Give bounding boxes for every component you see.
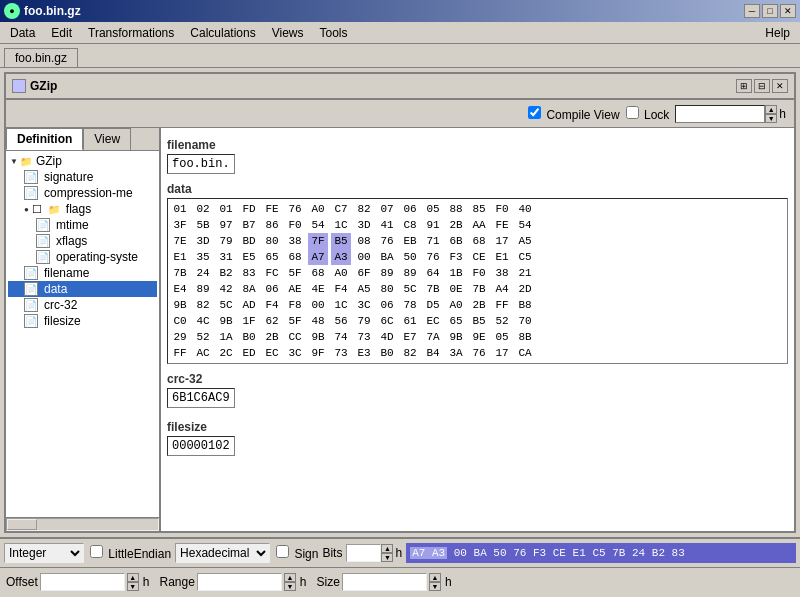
hex-byte: AE <box>285 281 305 297</box>
file-icon: 📄 <box>24 298 38 312</box>
range-spin-down[interactable]: ▼ <box>284 582 296 591</box>
tree-container[interactable]: ▼ 📁 GZip 📄 signature 📄 compression-me ● … <box>6 151 159 517</box>
hex-byte: 79 <box>216 233 236 249</box>
compile-view-checkbox[interactable] <box>528 106 541 119</box>
list-item[interactable]: 📄 crc-32 <box>8 297 157 313</box>
offset-input[interactable]: 00000048.0 <box>40 573 125 591</box>
hex-byte: 41 <box>377 217 397 233</box>
hex-byte: 5F <box>285 265 305 281</box>
lock-value-input[interactable]: 00000000.0 <box>675 105 765 123</box>
type-select[interactable]: Integer <box>4 543 84 563</box>
tab-definition[interactable]: Definition <box>6 128 83 150</box>
list-item[interactable]: 📄 compression-me <box>8 185 157 201</box>
list-item[interactable]: 📄 data <box>8 281 157 297</box>
maximize-button[interactable]: □ <box>762 4 778 18</box>
folder-icon: 📁 <box>47 202 61 216</box>
bits-spin-up[interactable]: ▲ <box>381 544 393 553</box>
hex-byte: 91 <box>423 217 443 233</box>
gzip-restore-button[interactable]: ⊞ <box>736 79 752 93</box>
hex-byte: 76 <box>377 233 397 249</box>
list-item[interactable]: 📄 filename <box>8 265 157 281</box>
endian-checkbox[interactable] <box>90 545 103 558</box>
right-scroll-area[interactable]: filename foo.bin. data 010201FDFE76A0C78… <box>161 128 794 531</box>
minimize-button[interactable]: ─ <box>744 4 760 18</box>
window-title: foo.bin.gz <box>24 4 81 18</box>
hex-byte: 1C <box>331 217 351 233</box>
bits-spin-down[interactable]: ▼ <box>381 553 393 562</box>
menu-views[interactable]: Views <box>264 24 312 42</box>
hex-byte: CE <box>469 249 489 265</box>
list-item[interactable]: 📄 filesize <box>8 313 157 329</box>
hex-byte: B5 <box>331 233 351 249</box>
hex-byte: 83 <box>239 265 259 281</box>
range-spin-up[interactable]: ▲ <box>284 573 296 582</box>
menu-edit[interactable]: Edit <box>43 24 80 42</box>
size-spin-up[interactable]: ▲ <box>429 573 441 582</box>
close-button[interactable]: ✕ <box>780 4 796 18</box>
tree-scrollbar[interactable] <box>6 517 159 531</box>
hex-byte: 31 <box>216 249 236 265</box>
right-panel: filename foo.bin. data 010201FDFE76A0C78… <box>161 128 794 531</box>
hex-byte: EB <box>400 233 420 249</box>
hex-byte: 62 <box>262 313 282 329</box>
hex-byte: A5 <box>515 233 535 249</box>
list-item[interactable]: 📄 operating-syste <box>8 249 157 265</box>
gzip-float-button[interactable]: ⊟ <box>754 79 770 93</box>
hex-byte: C5 <box>515 249 535 265</box>
list-item[interactable]: 📄 xflags <box>8 233 157 249</box>
lock-spin-up[interactable]: ▲ <box>765 105 777 114</box>
hex-byte: 01 <box>216 201 236 217</box>
offset-unit: h <box>143 575 150 589</box>
range-unit: h <box>300 575 307 589</box>
hex-rest: 00 BA 50 76 F3 CE E1 C5 7B 24 B2 83 <box>447 547 685 559</box>
size-spin-down[interactable]: ▼ <box>429 582 441 591</box>
offset-spin-up[interactable]: ▲ <box>127 573 139 582</box>
hex-byte: 52 <box>193 329 213 345</box>
hex-byte: 82 <box>354 201 374 217</box>
hex-byte: 9F <box>308 345 328 361</box>
menu-data[interactable]: Data <box>2 24 43 42</box>
format-select[interactable]: Hexadecimal <box>175 543 270 563</box>
list-item[interactable]: 📄 mtime <box>8 217 157 233</box>
lock-spin-down[interactable]: ▼ <box>765 114 777 123</box>
hex-byte: B5 <box>469 313 489 329</box>
menu-tools[interactable]: Tools <box>311 24 355 42</box>
menu-help[interactable]: Help <box>757 24 798 42</box>
hex-byte: 68 <box>285 249 305 265</box>
lock-value-spinner: 00000000.0 ▲ ▼ h <box>675 105 786 123</box>
tree-root[interactable]: ▼ 📁 GZip <box>8 153 157 169</box>
hex-byte: 9B <box>446 329 466 345</box>
filesize-value: 00000102 <box>167 436 235 456</box>
list-item[interactable]: ● ☐ 📁 flags <box>8 201 157 217</box>
hex-byte: 82 <box>193 297 213 313</box>
hex-byte: 48 <box>308 313 328 329</box>
hex-row: 7B24B283FC5F68A06F8989641BF03821 <box>170 265 785 281</box>
filesize-label: filesize <box>167 420 788 434</box>
list-item[interactable]: 📄 signature <box>8 169 157 185</box>
lock-checkbox[interactable] <box>626 106 639 119</box>
bits-input[interactable]: 1.0 <box>346 544 381 562</box>
offset-bar: Offset 00000048.0 ▲ ▼ h Range 00000002.0… <box>0 567 800 595</box>
gzip-close-button[interactable]: ✕ <box>772 79 788 93</box>
bottom-bar: Integer LittleEndian Hexadecimal Sign Bi… <box>0 537 800 567</box>
hex-byte: B7 <box>239 217 259 233</box>
hex-byte: 8A <box>239 281 259 297</box>
offset-spin-down[interactable]: ▼ <box>127 582 139 591</box>
hex-byte: FE <box>262 201 282 217</box>
hex-byte: A0 <box>308 201 328 217</box>
file-tab[interactable]: foo.bin.gz <box>4 48 78 67</box>
menu-transformations[interactable]: Transformations <box>80 24 182 42</box>
menu-calculations[interactable]: Calculations <box>182 24 263 42</box>
size-input[interactable]: 00000121.0 <box>342 573 427 591</box>
hex-byte: 05 <box>492 329 512 345</box>
hex-byte: 74 <box>331 329 351 345</box>
hex-byte: A0 <box>446 297 466 313</box>
sign-checkbox[interactable] <box>276 545 289 558</box>
hex-byte: ED <box>239 345 259 361</box>
range-input[interactable]: 00000002.0 <box>197 573 282 591</box>
hex-byte: BD <box>239 233 259 249</box>
hex-byte: 06 <box>262 281 282 297</box>
hex-byte: 21 <box>515 265 535 281</box>
file-icon: 📄 <box>36 218 50 232</box>
tab-view[interactable]: View <box>83 128 131 150</box>
